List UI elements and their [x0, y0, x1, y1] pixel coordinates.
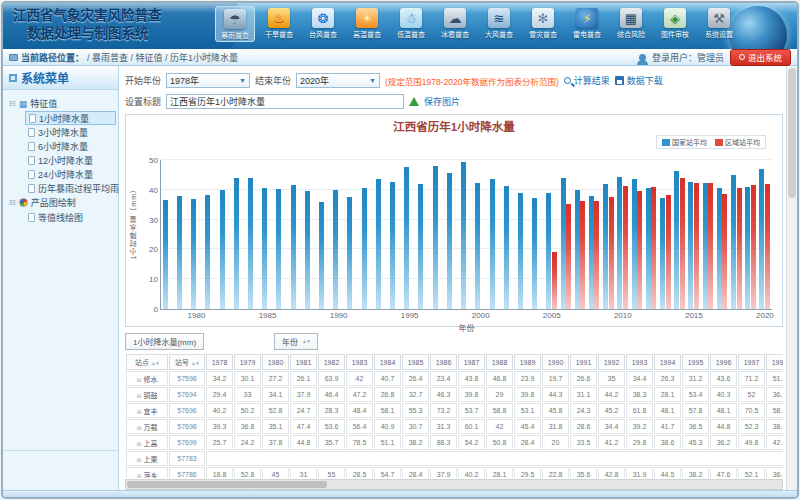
table-row[interactable]: ⊞上栗57783 [126, 451, 783, 466]
tool-map-review[interactable]: ◈图件审核 [655, 6, 695, 42]
bar-national [177, 196, 182, 309]
row-expander-icon[interactable]: ⊞ [136, 441, 141, 447]
year-header[interactable]: 1990 [542, 354, 569, 370]
year-header[interactable]: 1992 [598, 354, 625, 370]
year-header[interactable]: 1989 [514, 354, 541, 370]
table-row[interactable]: ⊞萍乡5778618.852.845315528.554.728.437.940… [126, 467, 783, 478]
row-expander-icon[interactable]: ⊞ [136, 425, 141, 431]
year-header[interactable]: 1994 [654, 354, 681, 370]
code-header[interactable]: 站号 ▲▼ [169, 354, 205, 370]
tool-risk-calc[interactable]: ▦综合风险 [611, 6, 651, 42]
bar-national [376, 179, 381, 309]
value-cell: 48.1 [710, 403, 737, 418]
horizontal-scrollbar[interactable] [125, 479, 783, 490]
year-header[interactable]: 1983 [346, 354, 373, 370]
year-header[interactable]: 1981 [290, 354, 317, 370]
station-header[interactable]: 站点 ▲▼ [126, 354, 168, 370]
expander-icon[interactable]: ⊟ [9, 198, 16, 207]
year-header[interactable]: 1991 [570, 354, 597, 370]
legend-swatch [662, 139, 670, 146]
sidebar-title: 系统菜单 [3, 66, 118, 90]
year-header[interactable]: 1980 [262, 354, 289, 370]
sidebar-group-1[interactable]: ⊟产品图绘制 [5, 195, 116, 210]
year-header[interactable]: 1998 [766, 354, 783, 370]
chart-title: 江西省历年1小时降水量 [126, 115, 782, 134]
table-controls: 1小时降水量(mm) 年份 ▲▼ [125, 332, 783, 350]
unit-label-box[interactable]: 1小时降水量(mm) [125, 333, 204, 350]
row-expander-icon[interactable]: ⊞ [136, 457, 141, 463]
sidebar-item[interactable]: 3小时降水量 [25, 125, 116, 139]
vertical-scrollbar[interactable] [786, 66, 797, 490]
sidebar-item[interactable]: 6小时降水量 [25, 139, 116, 153]
table-row[interactable]: ⊞铜鼓5769429.43334.137.946.447.226.832.746… [126, 387, 783, 402]
tool-drought[interactable]: ♨干旱普查 [259, 6, 299, 42]
sidebar-item[interactable]: 24小时降水量 [25, 167, 116, 181]
row-expander-icon[interactable]: ⊞ [136, 473, 141, 479]
value-cell: 19.7 [542, 371, 569, 386]
image-tree-icon [409, 97, 419, 106]
bar-regional [751, 185, 756, 309]
value-cell: 44.8 [710, 419, 737, 434]
value-cell: 35.1 [262, 419, 289, 434]
year-header[interactable]: 1979 [234, 354, 261, 370]
sidebar-group-0[interactable]: ⊟▦特征值 [5, 96, 116, 111]
value-cell: 38.2 [682, 467, 709, 478]
calc-result-button[interactable]: 计算结果 [564, 74, 610, 87]
year-header[interactable]: 1986 [430, 354, 457, 370]
year-header[interactable]: 1997 [738, 354, 765, 370]
value-cell: 34.4 [598, 419, 625, 434]
value-cell: 58.8 [766, 403, 783, 418]
sidebar-item[interactable]: 历年暴雨过程平均雨量 [25, 181, 116, 195]
year-header[interactable]: 1984 [374, 354, 401, 370]
vertical-scrollbar-thumb[interactable] [788, 68, 796, 198]
sidebar-item[interactable]: 12小时降水量 [25, 153, 116, 167]
logout-button[interactable]: 退出系统 [730, 49, 791, 66]
save-image-button[interactable]: 保存图片 [424, 95, 460, 108]
row-expander-icon[interactable]: ⊞ [136, 409, 141, 415]
year-header[interactable]: 1996 [710, 354, 737, 370]
year-header[interactable]: 1978 [206, 354, 233, 370]
tool-low-temp[interactable]: ☃低温普查 [391, 6, 431, 42]
station-cell: ⊞萍乡 [126, 467, 168, 478]
start-year-select[interactable]: 1978年▼ [166, 73, 250, 88]
sidebar-item-label: 历年暴雨过程平均雨量 [38, 182, 128, 195]
table-row[interactable]: ⊞万载5769839.336.835.147.453.656.440.930.7… [126, 419, 783, 434]
year-header[interactable]: 1995 [682, 354, 709, 370]
expander-icon[interactable]: ⊟ [9, 99, 16, 108]
tool-high-temp[interactable]: ☀高温普查 [347, 6, 387, 42]
bar-regional [566, 204, 571, 309]
year-header[interactable]: 1985 [402, 354, 429, 370]
tool-hail[interactable]: ☁冰雹普查 [435, 6, 475, 42]
drought-icon: ♨ [268, 8, 290, 28]
breadcrumb[interactable]: / 暴雨普查 / 特征值 / 历年1小时降水量 [87, 51, 238, 64]
table-row[interactable]: ⊞修水5759834.230.127.226.163.94240.726.423… [126, 371, 783, 386]
chart-title-input[interactable] [166, 94, 404, 109]
bar-national [674, 171, 679, 309]
year-sort-box[interactable]: 年份 ▲▼ [274, 333, 318, 350]
value-cell: 52.1 [738, 467, 765, 478]
table-row[interactable]: ⊞上高5769925.724.237.844.835.778.551.138.2… [126, 435, 783, 450]
table-row[interactable]: ⊞宜丰5769640.250.252.824.728.348.458.155.3… [126, 403, 783, 418]
tool-snow[interactable]: ✻雪灾普查 [523, 6, 563, 42]
bar-national [632, 179, 637, 309]
tool-wind[interactable]: ≋大风普查 [479, 6, 519, 42]
tool-settings[interactable]: ⚒系统设置 [699, 6, 739, 42]
tool-rainstorm[interactable]: ☂暴雨普查 [215, 6, 255, 42]
tool-typhoon[interactable]: ❂台风普查 [303, 6, 343, 42]
table-wrapper[interactable]: 站点 ▲▼站号 ▲▼197819791980198119821983198419… [125, 353, 783, 478]
tool-lightning[interactable]: ⚡雷电普查 [567, 6, 607, 42]
value-cell: 28.6 [570, 419, 597, 434]
sidebar-item[interactable]: 等值线绘图 [25, 210, 116, 224]
horizontal-scrollbar-thumb[interactable] [127, 481, 327, 488]
end-year-select[interactable]: 2020年▼ [296, 73, 380, 88]
year-header[interactable]: 1987 [458, 354, 485, 370]
year-header[interactable]: 1988 [486, 354, 513, 370]
sidebar-item[interactable]: 1小时降水量 [25, 111, 116, 125]
data-download-button[interactable]: 数据下载 [615, 74, 663, 87]
page-icon [28, 156, 35, 165]
row-expander-icon[interactable]: ⊞ [136, 393, 141, 399]
year-header[interactable]: 1993 [626, 354, 653, 370]
bar-national [603, 184, 608, 309]
row-expander-icon[interactable]: ⊞ [136, 377, 141, 383]
year-header[interactable]: 1982 [318, 354, 345, 370]
